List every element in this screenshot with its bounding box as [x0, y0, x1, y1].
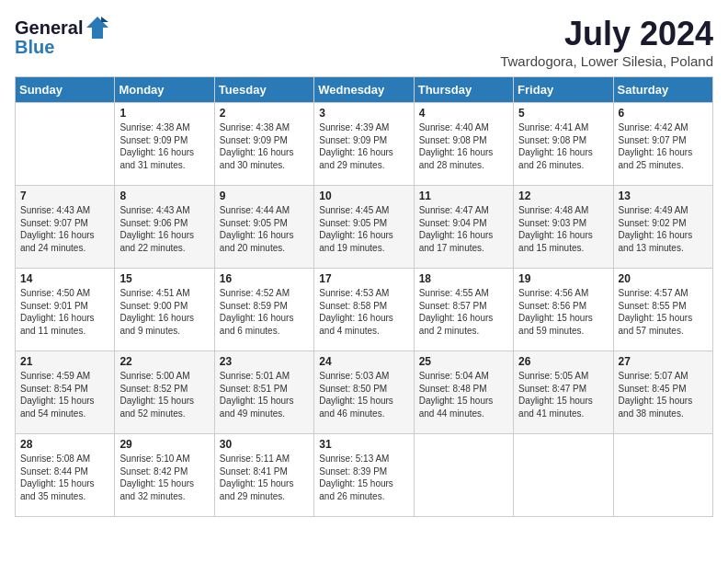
day-number: 29 [119, 438, 209, 451]
day-number: 3 [319, 107, 408, 120]
day-number: 15 [119, 272, 209, 285]
table-row: 5Sunrise: 4:41 AM Sunset: 9:08 PM Daylig… [514, 103, 613, 186]
day-number: 20 [619, 272, 708, 285]
table-row: 31Sunrise: 5:13 AM Sunset: 8:39 PM Dayli… [314, 434, 414, 517]
day-info: Sunrise: 4:55 AM Sunset: 8:57 PM Dayligh… [419, 287, 508, 337]
day-info: Sunrise: 5:00 AM Sunset: 8:52 PM Dayligh… [119, 370, 209, 419]
calendar-body: 1Sunrise: 4:38 AM Sunset: 9:09 PM Daylig… [16, 103, 713, 517]
table-row: 24Sunrise: 5:03 AM Sunset: 8:50 PM Dayli… [314, 351, 414, 434]
day-info: Sunrise: 5:13 AM Sunset: 8:39 PM Dayligh… [319, 453, 408, 502]
table-row: 6Sunrise: 4:42 AM Sunset: 9:07 PM Daylig… [613, 103, 712, 186]
col-thursday: Thursday [414, 77, 513, 103]
day-number: 7 [20, 190, 109, 202]
table-row: 30Sunrise: 5:11 AM Sunset: 8:41 PM Dayli… [214, 434, 313, 517]
day-number: 9 [220, 190, 309, 202]
day-number: 17 [319, 272, 408, 285]
day-info: Sunrise: 4:43 AM Sunset: 9:07 PM Dayligh… [20, 204, 109, 254]
table-row: 12Sunrise: 4:48 AM Sunset: 9:03 PM Dayli… [514, 186, 613, 269]
day-number: 1 [119, 107, 209, 120]
col-sunday: Sunday [16, 77, 115, 103]
table-row: 1Sunrise: 4:38 AM Sunset: 9:09 PM Daylig… [115, 103, 214, 186]
day-info: Sunrise: 4:49 AM Sunset: 9:02 PM Dayligh… [619, 204, 708, 254]
day-info: Sunrise: 4:51 AM Sunset: 9:00 PM Dayligh… [119, 287, 209, 337]
day-number: 19 [518, 272, 608, 285]
day-info: Sunrise: 5:03 AM Sunset: 8:50 PM Dayligh… [319, 370, 408, 419]
day-info: Sunrise: 4:45 AM Sunset: 9:05 PM Dayligh… [319, 204, 408, 254]
table-row [414, 434, 513, 517]
location-title: Twardogora, Lower Silesia, Poland [500, 53, 713, 69]
day-number: 6 [619, 107, 708, 120]
col-wednesday: Wednesday [314, 77, 414, 103]
table-row: 4Sunrise: 4:40 AM Sunset: 9:08 PM Daylig… [414, 103, 513, 186]
table-row [16, 103, 115, 186]
day-info: Sunrise: 5:07 AM Sunset: 8:45 PM Dayligh… [619, 370, 708, 419]
day-number: 23 [220, 355, 309, 368]
calendar-header: Sunday Monday Tuesday Wednesday Thursday… [16, 77, 713, 103]
logo-general-text: General [15, 17, 83, 39]
table-row: 29Sunrise: 5:10 AM Sunset: 8:42 PM Dayli… [115, 434, 214, 517]
table-row: 15Sunrise: 4:51 AM Sunset: 9:00 PM Dayli… [115, 269, 214, 351]
day-info: Sunrise: 4:40 AM Sunset: 9:08 PM Dayligh… [419, 121, 508, 171]
day-number: 12 [518, 190, 608, 202]
day-number: 27 [619, 355, 708, 368]
day-info: Sunrise: 4:50 AM Sunset: 9:01 PM Dayligh… [20, 287, 109, 337]
day-info: Sunrise: 4:48 AM Sunset: 9:03 PM Dayligh… [518, 204, 608, 254]
day-info: Sunrise: 4:39 AM Sunset: 9:09 PM Dayligh… [319, 121, 408, 171]
day-info: Sunrise: 5:05 AM Sunset: 8:47 PM Dayligh… [518, 370, 608, 419]
table-row: 2Sunrise: 4:38 AM Sunset: 9:09 PM Daylig… [214, 103, 313, 186]
day-number: 18 [419, 272, 508, 285]
table-row [514, 434, 613, 517]
day-info: Sunrise: 4:52 AM Sunset: 8:59 PM Dayligh… [220, 287, 309, 337]
page-header: General Blue July 2024 Twardogora, Lower… [15, 15, 713, 69]
logo: General Blue [15, 15, 110, 58]
table-row: 17Sunrise: 4:53 AM Sunset: 8:58 PM Dayli… [314, 269, 414, 351]
day-info: Sunrise: 4:43 AM Sunset: 9:06 PM Dayligh… [119, 204, 209, 254]
col-friday: Friday [514, 77, 613, 103]
day-number: 24 [319, 355, 408, 368]
logo-blue-text: Blue [15, 37, 54, 58]
svg-marker-1 [101, 17, 108, 22]
day-info: Sunrise: 4:44 AM Sunset: 9:05 PM Dayligh… [220, 204, 309, 254]
table-row: 21Sunrise: 4:59 AM Sunset: 8:54 PM Dayli… [16, 351, 115, 434]
day-number: 10 [319, 190, 408, 202]
day-number: 22 [119, 355, 209, 368]
table-row: 16Sunrise: 4:52 AM Sunset: 8:59 PM Dayli… [214, 269, 313, 351]
col-monday: Monday [115, 77, 214, 103]
day-info: Sunrise: 5:11 AM Sunset: 8:41 PM Dayligh… [220, 453, 309, 502]
title-block: July 2024 Twardogora, Lower Silesia, Pol… [500, 15, 713, 69]
table-row: 3Sunrise: 4:39 AM Sunset: 9:09 PM Daylig… [314, 103, 414, 186]
table-row: 19Sunrise: 4:56 AM Sunset: 8:56 PM Dayli… [514, 269, 613, 351]
day-number: 8 [119, 190, 209, 202]
day-number: 14 [20, 272, 109, 285]
table-row: 26Sunrise: 5:05 AM Sunset: 8:47 PM Dayli… [514, 351, 613, 434]
day-info: Sunrise: 5:10 AM Sunset: 8:42 PM Dayligh… [119, 453, 209, 502]
day-info: Sunrise: 4:53 AM Sunset: 8:58 PM Dayligh… [319, 287, 408, 337]
day-number: 30 [220, 438, 309, 451]
day-info: Sunrise: 4:38 AM Sunset: 9:09 PM Dayligh… [220, 121, 309, 171]
day-info: Sunrise: 4:56 AM Sunset: 8:56 PM Dayligh… [518, 287, 608, 337]
day-number: 26 [518, 355, 608, 368]
day-info: Sunrise: 4:59 AM Sunset: 8:54 PM Dayligh… [20, 370, 109, 419]
day-number: 21 [20, 355, 109, 368]
day-info: Sunrise: 5:08 AM Sunset: 8:44 PM Dayligh… [20, 453, 109, 502]
day-number: 11 [419, 190, 508, 202]
table-row: 11Sunrise: 4:47 AM Sunset: 9:04 PM Dayli… [414, 186, 513, 269]
table-row: 18Sunrise: 4:55 AM Sunset: 8:57 PM Dayli… [414, 269, 513, 351]
day-number: 25 [419, 355, 508, 368]
day-number: 31 [319, 438, 408, 451]
table-row: 14Sunrise: 4:50 AM Sunset: 9:01 PM Dayli… [16, 269, 115, 351]
day-info: Sunrise: 4:41 AM Sunset: 9:08 PM Dayligh… [518, 121, 608, 171]
table-row: 25Sunrise: 5:04 AM Sunset: 8:48 PM Dayli… [414, 351, 513, 434]
table-row: 20Sunrise: 4:57 AM Sunset: 8:55 PM Dayli… [613, 269, 712, 351]
day-number: 4 [419, 107, 508, 120]
logo-icon [85, 15, 110, 40]
day-info: Sunrise: 4:42 AM Sunset: 9:07 PM Dayligh… [619, 121, 708, 171]
table-row: 23Sunrise: 5:01 AM Sunset: 8:51 PM Dayli… [214, 351, 313, 434]
day-number: 5 [518, 107, 608, 120]
month-title: July 2024 [500, 15, 713, 53]
day-info: Sunrise: 4:57 AM Sunset: 8:55 PM Dayligh… [619, 287, 708, 337]
table-row: 10Sunrise: 4:45 AM Sunset: 9:05 PM Dayli… [314, 186, 414, 269]
table-row: 9Sunrise: 4:44 AM Sunset: 9:05 PM Daylig… [214, 186, 313, 269]
day-info: Sunrise: 5:04 AM Sunset: 8:48 PM Dayligh… [419, 370, 508, 419]
calendar-table: Sunday Monday Tuesday Wednesday Thursday… [15, 76, 713, 517]
